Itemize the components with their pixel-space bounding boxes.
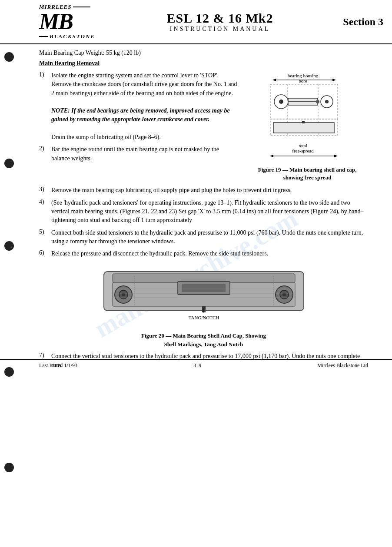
step-3-text: Remove the main bearing cap lubricating … [51,186,292,195]
figure-20-caption: Figure 20 — Main Bearing Shell And Cap, … [39,332,368,348]
header-title-main: ESL 12 & 16 Mk2 [109,11,331,26]
logo-mb: MB [39,10,73,33]
figure-19-caption: Figure 19 — Main bearing shell and cap, … [246,166,368,182]
svg-text:TANG/NOTCH: TANG/NOTCH [188,315,219,320]
step-3-num: 3) [39,186,51,193]
footer: Last Issued 1/1/93 3–9 Mirrlees Blacksto… [0,359,392,371]
bullet-5 [4,463,14,472]
step-5-text: Connect both side stud tensioners to the… [51,229,368,246]
step-6-num: 6) [39,249,51,256]
step-2-text: Bar the engine round until the main bear… [51,145,238,163]
step-5: 5) Connect both side stud tensioners to … [39,229,368,246]
svg-rect-15 [273,123,334,133]
footer-right: Mirrlees Blackstone Ltd [317,362,368,369]
left-col: 1) Isolate the engine starting system an… [39,71,238,182]
svg-rect-24 [113,274,295,282]
removal-heading: Main Bearing Removal [39,60,368,67]
svg-text:total: total [299,143,307,148]
step-1-num: 1) [39,71,51,78]
figure-20-svg: TANG/NOTCH [91,265,317,328]
full-steps: 3) Remove the main bearing cap lubricati… [39,186,368,258]
svg-rect-33 [182,284,226,292]
header-title-sub: INSTRUCTION MANUAL [109,26,331,33]
svg-text:bore: bore [299,78,307,83]
footer-center: 3–9 [193,362,201,369]
two-col-section: 1) Isolate the engine starting system an… [39,71,368,182]
svg-text:free-spread: free-spread [292,148,314,153]
page: manualsarchive.com MIRRLEES MB BLACKSTON… [0,0,392,547]
step-7-num: 7) [39,352,51,359]
step-6-text: Release the pressure and disconnect the … [51,249,268,258]
header-title: ESL 12 & 16 Mk2 INSTRUCTION MANUAL [109,11,331,33]
step-4-text: (See 'hydraulic pack and tensioners' for… [51,199,368,225]
svg-rect-16 [302,121,305,123]
figure-19-col: bearing housing bore [246,71,368,182]
svg-marker-3 [272,79,276,81]
step-4-num: 4) [39,199,51,206]
svg-point-12 [325,100,329,103]
svg-marker-4 [332,79,336,81]
bearing-diagram-svg: bearing housing bore [246,71,359,162]
svg-marker-22 [334,155,338,157]
step-4: 4) (See 'hydraulic pack and tensioners' … [39,199,368,225]
header-section: Section 3 [331,16,383,28]
step-1-note: NOTE: If the end bearings are being remo… [51,107,230,123]
step-5-num: 5) [39,229,51,235]
step-1-extra: Drain the sump of lubricating oil (Page … [51,134,161,140]
svg-point-7 [279,99,283,104]
header: MIRRLEES MB BLACKSTONE ESL 12 & 16 Mk2 I… [0,0,392,44]
footer-left: Last Issued 1/1/93 [39,362,77,369]
cap-weight-text: Main Bearing Cap Weight: 55 kg (120 lb) [39,50,368,56]
step-1-text: Isolate the engine starting system and s… [51,71,238,142]
figure-20-container: TANG/NOTCH Figure 20 — Main Bearing Shel… [39,265,368,348]
step-2: 2) Bar the engine round until the main b… [39,145,238,163]
step-3: 3) Remove the main bearing cap lubricati… [39,186,368,195]
svg-text:bearing housing: bearing housing [288,73,319,78]
svg-point-10 [316,100,319,103]
logo-blackstone: BLACKSTONE [39,33,95,40]
svg-marker-21 [270,155,273,157]
step-6: 6) Release the pressure and disconnect t… [39,249,368,258]
step-2-num: 2) [39,145,51,152]
step-1: 1) Isolate the engine starting system an… [39,71,238,142]
main-content: Main Bearing Cap Weight: 55 kg (120 lb) … [0,44,392,378]
logo-area: MIRRLEES MB BLACKSTONE [39,3,109,40]
